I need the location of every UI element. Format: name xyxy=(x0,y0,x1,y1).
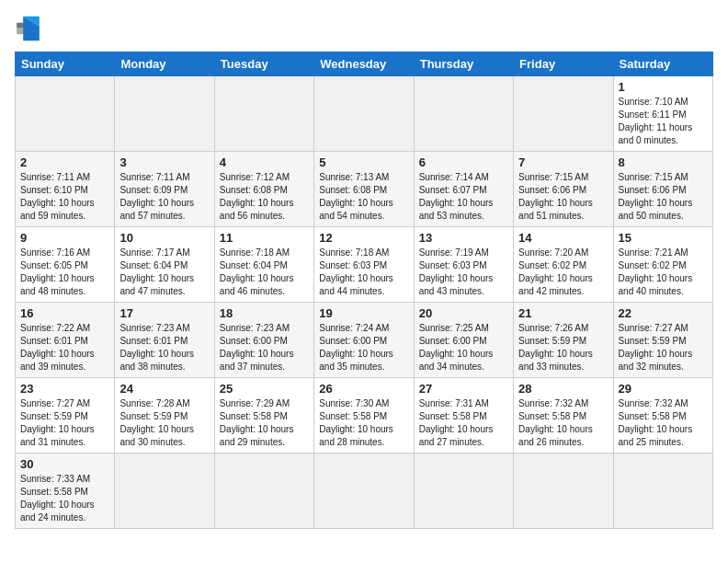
day-number: 19 xyxy=(319,306,408,320)
day-number: 4 xyxy=(220,155,309,169)
day-number: 13 xyxy=(419,231,508,245)
calendar-week-row: 1Sunrise: 7:10 AM Sunset: 6:11 PM Daylig… xyxy=(16,76,713,152)
logo-icon xyxy=(15,15,48,42)
calendar-cell: 17Sunrise: 7:23 AM Sunset: 6:01 PM Dayli… xyxy=(115,303,214,378)
calendar-cell: 26Sunrise: 7:30 AM Sunset: 5:58 PM Dayli… xyxy=(314,378,414,454)
calendar-cell: 15Sunrise: 7:21 AM Sunset: 6:02 PM Dayli… xyxy=(613,227,712,303)
calendar-cell: 7Sunrise: 7:15 AM Sunset: 6:06 PM Daylig… xyxy=(514,152,613,227)
day-number: 21 xyxy=(518,306,608,320)
day-number: 10 xyxy=(119,231,209,245)
weekday-header-thursday: Thursday xyxy=(414,52,513,76)
day-number: 29 xyxy=(619,382,708,396)
calendar-cell xyxy=(514,76,613,152)
calendar-week-row: 23Sunrise: 7:27 AM Sunset: 5:59 PM Dayli… xyxy=(16,378,713,454)
day-number: 5 xyxy=(319,155,408,169)
day-info: Sunrise: 7:28 AM Sunset: 5:59 PM Dayligh… xyxy=(119,397,209,449)
calendar-cell: 24Sunrise: 7:28 AM Sunset: 5:59 PM Dayli… xyxy=(115,378,214,454)
calendar-cell xyxy=(314,76,414,152)
calendar-cell: 5Sunrise: 7:13 AM Sunset: 6:08 PM Daylig… xyxy=(314,152,414,227)
calendar-cell: 13Sunrise: 7:19 AM Sunset: 6:03 PM Dayli… xyxy=(414,227,513,303)
calendar-cell: 6Sunrise: 7:14 AM Sunset: 6:07 PM Daylig… xyxy=(414,152,513,227)
calendar-table: SundayMondayTuesdayWednesdayThursdayFrid… xyxy=(15,52,713,529)
day-number: 12 xyxy=(319,231,408,245)
calendar-cell xyxy=(214,76,313,152)
day-info: Sunrise: 7:30 AM Sunset: 5:58 PM Dayligh… xyxy=(319,397,408,449)
day-info: Sunrise: 7:18 AM Sunset: 6:03 PM Dayligh… xyxy=(319,247,408,298)
calendar-week-row: 2Sunrise: 7:11 AM Sunset: 6:10 PM Daylig… xyxy=(16,152,713,227)
day-number: 1 xyxy=(619,80,708,94)
day-number: 7 xyxy=(518,155,608,169)
calendar-cell xyxy=(414,454,513,529)
day-info: Sunrise: 7:32 AM Sunset: 5:58 PM Dayligh… xyxy=(518,397,608,449)
day-info: Sunrise: 7:26 AM Sunset: 5:59 PM Dayligh… xyxy=(518,322,608,373)
calendar-cell: 21Sunrise: 7:26 AM Sunset: 5:59 PM Dayli… xyxy=(514,303,613,378)
calendar-cell: 28Sunrise: 7:32 AM Sunset: 5:58 PM Dayli… xyxy=(514,378,613,454)
day-info: Sunrise: 7:25 AM Sunset: 6:00 PM Dayligh… xyxy=(419,322,508,373)
day-number: 15 xyxy=(619,231,708,245)
page-header xyxy=(15,15,713,42)
day-info: Sunrise: 7:20 AM Sunset: 6:02 PM Dayligh… xyxy=(518,247,608,298)
weekday-header-row: SundayMondayTuesdayWednesdayThursdayFrid… xyxy=(16,52,713,76)
day-number: 16 xyxy=(20,306,109,320)
day-number: 20 xyxy=(419,306,508,320)
calendar-cell: 18Sunrise: 7:23 AM Sunset: 6:00 PM Dayli… xyxy=(214,303,313,378)
calendar-cell: 9Sunrise: 7:16 AM Sunset: 6:05 PM Daylig… xyxy=(16,227,115,303)
calendar-cell: 20Sunrise: 7:25 AM Sunset: 6:00 PM Dayli… xyxy=(414,303,513,378)
calendar-cell: 29Sunrise: 7:32 AM Sunset: 5:58 PM Dayli… xyxy=(613,378,712,454)
weekday-header-sunday: Sunday xyxy=(16,52,115,76)
day-number: 3 xyxy=(119,155,209,169)
weekday-header-monday: Monday xyxy=(115,52,214,76)
day-number: 17 xyxy=(119,306,209,320)
calendar-cell: 19Sunrise: 7:24 AM Sunset: 6:00 PM Dayli… xyxy=(314,303,414,378)
day-info: Sunrise: 7:27 AM Sunset: 5:59 PM Dayligh… xyxy=(619,322,708,373)
day-number: 25 xyxy=(220,382,309,396)
day-info: Sunrise: 7:12 AM Sunset: 6:08 PM Dayligh… xyxy=(220,171,309,223)
weekday-header-tuesday: Tuesday xyxy=(214,52,313,76)
day-info: Sunrise: 7:19 AM Sunset: 6:03 PM Dayligh… xyxy=(419,247,508,298)
day-info: Sunrise: 7:17 AM Sunset: 6:04 PM Dayligh… xyxy=(119,247,209,298)
weekday-header-wednesday: Wednesday xyxy=(314,52,414,76)
calendar-cell xyxy=(314,454,414,529)
day-info: Sunrise: 7:22 AM Sunset: 6:01 PM Dayligh… xyxy=(20,322,109,373)
day-number: 28 xyxy=(518,382,608,396)
day-number: 26 xyxy=(319,382,408,396)
day-number: 8 xyxy=(619,155,708,169)
day-info: Sunrise: 7:21 AM Sunset: 6:02 PM Dayligh… xyxy=(619,247,708,298)
calendar-cell: 1Sunrise: 7:10 AM Sunset: 6:11 PM Daylig… xyxy=(613,76,712,152)
calendar-cell: 8Sunrise: 7:15 AM Sunset: 6:06 PM Daylig… xyxy=(613,152,712,227)
day-number: 18 xyxy=(220,306,309,320)
day-number: 2 xyxy=(20,155,109,169)
calendar-cell xyxy=(514,454,613,529)
calendar-cell xyxy=(115,76,214,152)
calendar-cell xyxy=(613,454,712,529)
day-info: Sunrise: 7:14 AM Sunset: 6:07 PM Dayligh… xyxy=(419,171,508,223)
day-info: Sunrise: 7:15 AM Sunset: 6:06 PM Dayligh… xyxy=(619,171,708,223)
calendar-cell: 10Sunrise: 7:17 AM Sunset: 6:04 PM Dayli… xyxy=(115,227,214,303)
day-info: Sunrise: 7:23 AM Sunset: 6:01 PM Dayligh… xyxy=(119,322,209,373)
day-info: Sunrise: 7:33 AM Sunset: 5:58 PM Dayligh… xyxy=(20,473,109,524)
calendar-week-row: 30Sunrise: 7:33 AM Sunset: 5:58 PM Dayli… xyxy=(16,454,713,529)
logo xyxy=(15,15,51,42)
calendar-body: 1Sunrise: 7:10 AM Sunset: 6:11 PM Daylig… xyxy=(16,76,713,529)
day-info: Sunrise: 7:16 AM Sunset: 6:05 PM Dayligh… xyxy=(20,247,109,298)
calendar-cell: 27Sunrise: 7:31 AM Sunset: 5:58 PM Dayli… xyxy=(414,378,513,454)
calendar-week-row: 9Sunrise: 7:16 AM Sunset: 6:05 PM Daylig… xyxy=(16,227,713,303)
calendar-cell: 2Sunrise: 7:11 AM Sunset: 6:10 PM Daylig… xyxy=(16,152,115,227)
day-number: 11 xyxy=(220,231,309,245)
calendar-cell: 23Sunrise: 7:27 AM Sunset: 5:59 PM Dayli… xyxy=(16,378,115,454)
day-number: 9 xyxy=(20,231,109,245)
weekday-header-friday: Friday xyxy=(514,52,613,76)
calendar-cell xyxy=(214,454,313,529)
day-info: Sunrise: 7:15 AM Sunset: 6:06 PM Dayligh… xyxy=(518,171,608,223)
day-number: 24 xyxy=(119,382,209,396)
calendar-cell: 16Sunrise: 7:22 AM Sunset: 6:01 PM Dayli… xyxy=(16,303,115,378)
day-info: Sunrise: 7:31 AM Sunset: 5:58 PM Dayligh… xyxy=(419,397,508,449)
calendar-cell: 25Sunrise: 7:29 AM Sunset: 5:58 PM Dayli… xyxy=(214,378,313,454)
day-number: 23 xyxy=(20,382,109,396)
day-number: 27 xyxy=(419,382,508,396)
day-number: 22 xyxy=(619,306,708,320)
day-info: Sunrise: 7:32 AM Sunset: 5:58 PM Dayligh… xyxy=(619,397,708,449)
day-number: 30 xyxy=(20,457,109,471)
calendar-cell: 22Sunrise: 7:27 AM Sunset: 5:59 PM Dayli… xyxy=(613,303,712,378)
calendar-cell xyxy=(414,76,513,152)
